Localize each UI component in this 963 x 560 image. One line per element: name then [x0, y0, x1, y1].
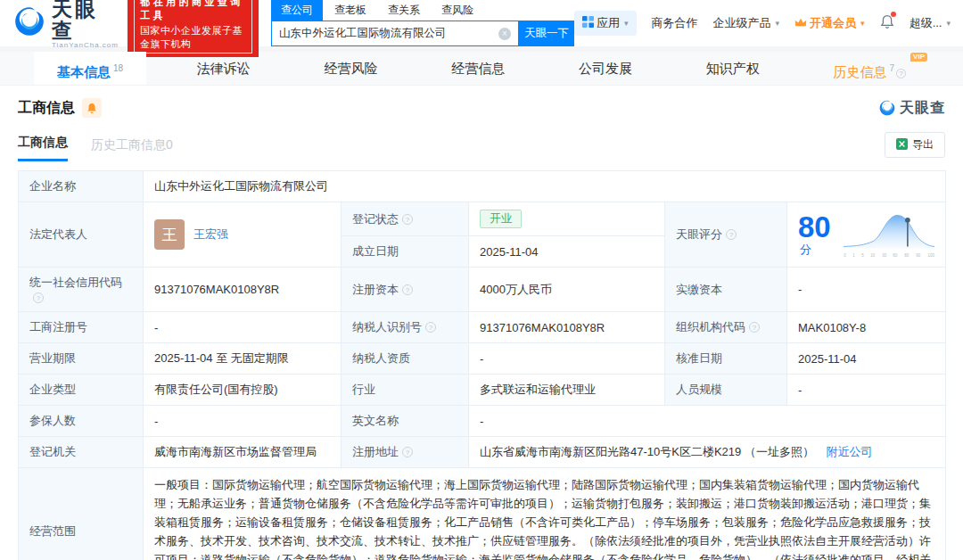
notification-dot	[891, 12, 896, 17]
company-name-value: 山东中外运化工国际物流有限公司	[144, 171, 946, 202]
promo-banner: 都在用的商业查询工具 国家中小企业发展子基金旗下机构	[128, 0, 259, 57]
search-tab-company[interactable]: 查公司	[271, 0, 323, 21]
field-label: 法定代表人	[19, 202, 144, 268]
field-label: 工商注册号	[19, 312, 144, 343]
business-scope-value: 一般项目：国际货物运输代理；航空国际货物运输代理；海上国际货物运输代理；陆路国际…	[144, 468, 946, 560]
nearby-companies-link[interactable]: 附近公司	[827, 445, 873, 458]
logo-domain: TianYanCha.com	[52, 41, 119, 49]
clear-icon[interactable]: ×	[498, 28, 511, 40]
chevron-down-icon: ▾	[624, 19, 629, 28]
help-icon[interactable]: ?	[402, 214, 413, 225]
export-label: 导出	[912, 137, 934, 152]
industry-value: 多式联运和运输代理业	[469, 375, 665, 406]
reg-authority-value: 威海市南海新区市场监督管理局	[144, 437, 342, 468]
promo-line1: 都在用的商业查询工具	[140, 0, 246, 22]
crown-icon	[794, 17, 807, 30]
tab-operation-risk[interactable]: 经营风险	[301, 52, 401, 85]
field-label: 成立日期	[342, 236, 469, 268]
score-cell: 80分	[787, 202, 946, 268]
field-label: 营业期限	[19, 343, 144, 375]
user-menu[interactable]: 超级... ▾	[910, 15, 951, 31]
tianyancha-logo[interactable]: 天眼查 TianYanCha.com	[12, 0, 119, 49]
table-row: 参保人数 - 英文名称 -	[19, 406, 946, 437]
tianyancha-watermark: 天眼查	[878, 99, 945, 118]
paid-capital-value: -	[787, 268, 946, 312]
export-button[interactable]: 导出	[885, 132, 945, 158]
search-tab-relation[interactable]: 查关系	[378, 0, 430, 21]
chevron-down-icon: ▾	[860, 19, 865, 28]
field-label: 行业	[342, 375, 469, 406]
enterprise-products-menu[interactable]: 企业级产品 ▾	[713, 15, 780, 31]
help-icon[interactable]: ?	[402, 284, 413, 295]
table-row: 经营范围 一般项目：国际货物运输代理；航空国际货物运输代理；海上国际货物运输代理…	[19, 468, 946, 560]
top-menu: 应用 ▾ 商务合作 企业级产品 ▾ 开通会员 ▾ 超级... ▾	[574, 11, 951, 36]
field-label: 人员规模	[665, 375, 787, 406]
help-icon[interactable]: ?	[33, 292, 44, 303]
taxpayer-quality-value: -	[469, 343, 665, 375]
user-menu-label: 超级...	[910, 15, 942, 31]
help-icon[interactable]: ?	[425, 322, 436, 333]
legal-rep-link[interactable]: 王宏强	[193, 226, 228, 243]
search-tab-risk[interactable]: 查风险	[432, 0, 483, 21]
tab-company-development[interactable]: 公司发展	[556, 52, 655, 85]
notification-bell-icon[interactable]	[880, 14, 894, 32]
status-badge: 开业	[480, 210, 522, 228]
field-label: 企业类型	[19, 375, 144, 406]
reg-address-value: 山东省威海市南海新区阳光路47-10号K区二楼K219 （一址多照） 附近公司	[469, 437, 946, 468]
company-type-value: 有限责任公司(国有控股)	[144, 375, 342, 406]
table-row: 企业名称 山东中外运化工国际物流有限公司	[19, 171, 946, 202]
approval-date-value: 2025-11-04	[787, 343, 946, 375]
tab-basic-info[interactable]: 基本信息18	[34, 52, 146, 85]
field-label: 登记机关	[19, 437, 144, 468]
insured-count-value: -	[144, 406, 342, 437]
business-cooperation-link[interactable]: 商务合作	[652, 15, 698, 31]
credit-code-value: 91371076MAK0108Y8R	[144, 268, 342, 312]
main-content: 工商信息 天眼查 工商信息 历史工商信息0 导出	[0, 86, 963, 560]
tab-history-info[interactable]: 历史信息7? VIP	[810, 52, 929, 85]
help-icon[interactable]: ?	[749, 322, 760, 333]
score-axis-labels: 0151030608090100	[844, 252, 934, 258]
help-icon[interactable]: ?	[402, 447, 413, 457]
tab-intellectual-property[interactable]: 知识产权	[683, 52, 783, 85]
establish-date-value: 2025-11-04	[469, 236, 665, 268]
field-label: 参保人数	[19, 406, 144, 437]
monitor-bell-icon[interactable]	[82, 98, 102, 118]
reg-number-value: -	[144, 312, 342, 343]
field-label: 经营范围	[19, 468, 144, 560]
watermark-label: 天眼查	[900, 99, 945, 118]
tab-operation-info[interactable]: 经营信息	[428, 52, 528, 85]
field-label: 注册地址?	[342, 437, 469, 468]
score-value: 80分	[798, 212, 836, 258]
search-button[interactable]: 天眼一下	[519, 21, 574, 46]
score-distribution-chart: 0151030608090100	[844, 211, 934, 258]
field-label: 纳税人识别号?	[342, 312, 469, 343]
promo-line2: 国家中小企业发展子基金旗下机构	[140, 24, 246, 51]
field-label: 组织机构代码?	[665, 312, 787, 343]
field-label: 纳税人资质	[342, 343, 469, 375]
chevron-down-icon: ▾	[776, 19, 780, 28]
table-row: 法定代表人 王 王宏强 登记状态? 开业 天眼评分? 80分	[19, 202, 946, 236]
english-name-value: -	[469, 406, 946, 437]
help-icon: ?	[896, 69, 906, 78]
vip-badge: VIP	[910, 53, 927, 62]
business-term-value: 2025-11-04 至 无固定期限	[144, 343, 342, 375]
subtab-business-info[interactable]: 工商信息	[18, 135, 68, 161]
field-label: 实缴资本	[665, 268, 787, 312]
search-tab-boss[interactable]: 查老板	[325, 0, 376, 21]
company-nav-tabs: 基本信息18 法律诉讼 经营风险 经营信息 公司发展 知识产权 历史信息7? V…	[0, 52, 963, 86]
help-icon[interactable]: ?	[726, 229, 737, 240]
reg-capital-value: 4000万人民币	[469, 268, 665, 312]
avatar[interactable]: 王	[154, 219, 185, 250]
search-area: 查公司 查老板 查关系 查风险 × 天眼一下	[271, 0, 574, 46]
table-row: 营业期限 2025-11-04 至 无固定期限 纳税人资质 - 核准日期 202…	[19, 343, 946, 375]
enterprise-products-label: 企业级产品	[713, 15, 771, 31]
apps-menu[interactable]: 应用 ▾	[574, 11, 637, 36]
tab-legal-litigation[interactable]: 法律诉讼	[174, 52, 274, 85]
logo-eye-icon	[878, 99, 896, 117]
staff-size-value: -	[787, 375, 946, 406]
subtab-history-business-info[interactable]: 历史工商信息0	[91, 137, 173, 161]
search-input[interactable]	[272, 28, 498, 40]
field-label: 登记状态?	[342, 202, 469, 236]
table-row: 企业类型 有限责任公司(国有控股) 行业 多式联运和运输代理业 人员规模 -	[19, 375, 946, 406]
open-vip-menu[interactable]: 开通会员 ▾	[794, 15, 865, 31]
